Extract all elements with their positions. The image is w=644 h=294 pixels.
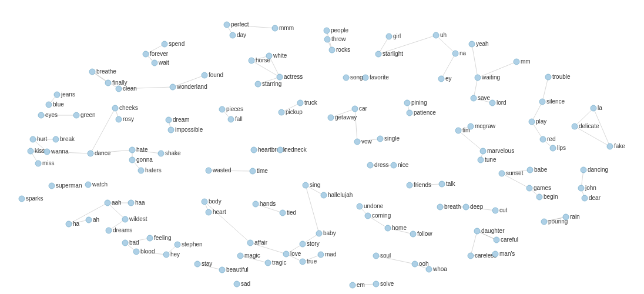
node-circle [324, 36, 330, 42]
node-group: na [452, 50, 467, 56]
node-label: stay [202, 260, 212, 267]
node-label: wildest [129, 216, 147, 222]
node-label: play [536, 118, 546, 125]
node-group: yeah [469, 41, 489, 47]
node-group: stay [194, 260, 212, 267]
node-group: song [343, 74, 363, 81]
node-circle [303, 182, 308, 188]
node-circle [28, 148, 33, 154]
node-group: breathe [89, 68, 116, 75]
node-circle [35, 161, 41, 166]
node-circle [19, 196, 25, 202]
node-circle [88, 151, 93, 156]
node-group: beautiful [219, 266, 249, 273]
node-label: la [598, 105, 602, 111]
node-group: wildest [122, 216, 147, 222]
node-group: truck [297, 99, 318, 106]
node-group: superman [49, 182, 82, 189]
node-circle [357, 203, 363, 209]
node-group: rocks [329, 46, 350, 53]
node-group: blood [133, 248, 155, 255]
node-group: hallelujah [321, 192, 353, 198]
node-group: people [324, 27, 348, 34]
node-circle [175, 242, 180, 248]
node-group: begin [536, 193, 558, 200]
node-circle [143, 51, 149, 57]
node-group: home [385, 225, 407, 231]
node-circle [138, 168, 144, 173]
node-group: trouble [545, 74, 571, 80]
node-group: follow [410, 230, 432, 237]
node-label: starlight [383, 51, 403, 57]
edge-line [204, 202, 250, 243]
node-circle [85, 182, 91, 188]
node-label: mcgraw [475, 123, 496, 129]
node-circle [489, 100, 495, 106]
node-circle [73, 112, 79, 118]
node-label: green [80, 112, 96, 118]
node-circle [480, 148, 486, 154]
node-group: coming [365, 212, 391, 219]
edge-line [575, 126, 610, 146]
node-label: throw [331, 36, 346, 42]
node-label: car [359, 105, 368, 112]
node-circle [272, 25, 278, 31]
node-circle [492, 208, 498, 213]
node-circle [536, 194, 542, 200]
node-group: tied [280, 209, 296, 216]
node-circle [468, 253, 474, 259]
node-group: whoa [426, 266, 447, 272]
node-label: undone [364, 203, 384, 209]
node-circle [106, 228, 112, 233]
node-label: mad [325, 251, 336, 258]
node-group: lord [489, 99, 507, 106]
node-label: people [331, 27, 348, 34]
node-circle [404, 100, 410, 106]
node-group: starlight [375, 51, 403, 57]
node-circle [469, 41, 475, 47]
node-group: aah [105, 199, 122, 206]
node-label: marvelous [487, 148, 514, 154]
node-group: starring [255, 81, 281, 87]
node-label: heart [213, 209, 226, 215]
node-label: soul [380, 252, 391, 259]
node-group: dream [166, 116, 189, 123]
node-circle [437, 204, 443, 210]
node-group: haters [138, 167, 162, 173]
node-group: story [300, 240, 320, 247]
node-group: play [529, 118, 546, 125]
node-label: sunset [506, 170, 524, 176]
node-circle [105, 200, 110, 206]
node-group: daughter [474, 228, 505, 234]
node-circle [373, 253, 379, 259]
node-label: clean [123, 85, 137, 92]
node-circle [162, 41, 167, 47]
node-label: silence [546, 98, 565, 105]
node-label: gonna [136, 156, 153, 163]
node-circle [249, 58, 254, 64]
edge-line [306, 185, 319, 233]
node-circle [253, 201, 259, 207]
node-group: mm [514, 58, 531, 65]
node-group: sad [234, 280, 250, 287]
node-group: break [53, 136, 75, 142]
node-group: cheeks [112, 105, 138, 111]
node-label: girl [393, 33, 401, 39]
node-group: tune [478, 156, 497, 163]
node-label: sing [310, 182, 320, 188]
node-group: mad [318, 251, 336, 258]
node-circle [237, 253, 243, 259]
node-label: kiss [35, 148, 45, 154]
node-label: hallelujah [328, 192, 353, 198]
node-group: man's [492, 250, 515, 257]
node-group: heart [206, 209, 226, 215]
node-group: hurt [30, 136, 47, 142]
node-group: green [73, 112, 96, 118]
node-label: sparks [26, 195, 43, 202]
node-circle [578, 185, 584, 191]
node-group: girl [386, 33, 401, 39]
node-label: fall [235, 116, 243, 122]
node-group: wait [152, 59, 169, 66]
node-group: patience [407, 109, 436, 116]
node-group: perfect [224, 21, 249, 28]
